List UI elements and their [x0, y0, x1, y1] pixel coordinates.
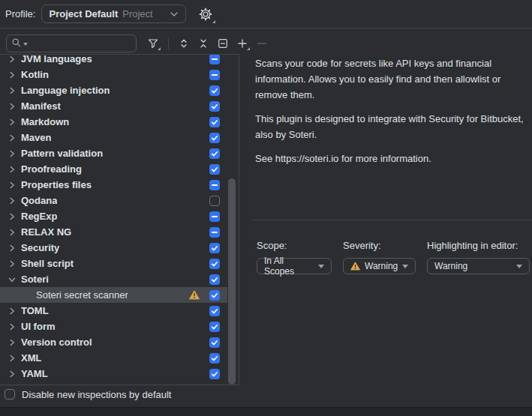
filter-icon[interactable]: [147, 37, 159, 49]
tree-row-properties-files[interactable]: Properties files: [0, 177, 227, 193]
chevron-right-icon[interactable]: [6, 337, 18, 349]
chevron-right-icon[interactable]: [6, 242, 18, 254]
inspection-checkbox[interactable]: [209, 322, 220, 332]
tree-item-label: Soteri: [21, 274, 49, 285]
chevron-right-icon[interactable]: [6, 163, 18, 175]
inspection-checkbox[interactable]: [209, 306, 220, 316]
inspection-checkbox[interactable]: [209, 369, 220, 379]
chevron-right-icon[interactable]: [6, 195, 18, 207]
chevron-right-icon[interactable]: [6, 305, 18, 317]
inspection-checkbox[interactable]: [209, 227, 220, 238]
tree-row-toml[interactable]: TOML: [0, 303, 227, 319]
details-divider: [252, 220, 532, 220]
inspection-checkbox[interactable]: [209, 274, 220, 285]
tree-row-kotlin[interactable]: Kotlin: [0, 67, 227, 82]
disable-inspection-icon[interactable]: [217, 37, 229, 49]
inspection-checkbox[interactable]: [209, 70, 220, 80]
scope-dropdown-value: In All Scopes: [264, 256, 314, 277]
inspection-checkbox[interactable]: [209, 148, 220, 159]
inspection-checkbox[interactable]: [209, 259, 220, 269]
tree-item-label: Kotlin: [21, 69, 49, 80]
tree-row-xml[interactable]: XML: [0, 350, 227, 366]
severity-dropdown[interactable]: Warning: [343, 258, 416, 274]
tree-row-regexp[interactable]: RegExp: [0, 208, 227, 224]
chevron-right-icon[interactable]: [6, 148, 18, 160]
tree-item-label: JVM languages: [21, 54, 92, 64]
tree-row-manifest[interactable]: Manifest: [0, 98, 227, 114]
chevron-down-icon[interactable]: [6, 274, 18, 286]
tree-row-maven[interactable]: Maven: [0, 130, 227, 145]
chevron-right-icon[interactable]: [6, 100, 18, 112]
profile-label: Profile:: [5, 8, 35, 19]
tree-row-language-injection[interactable]: Language injection: [0, 82, 227, 98]
add-dropdown-indicator: [247, 47, 250, 50]
expand-all-icon[interactable]: [178, 37, 190, 49]
chevron-right-icon[interactable]: [6, 85, 18, 97]
tree-toolbar: [147, 37, 268, 49]
chevron-right-icon[interactable]: [6, 321, 18, 333]
tree-row-pattern-validation[interactable]: Pattern validation: [0, 145, 227, 161]
profile-dropdown-scheme: Project: [122, 8, 152, 19]
tree-row-soteri-secret-scanner[interactable]: Soteri secret scanner: [0, 287, 227, 303]
inspection-checkbox[interactable]: [209, 353, 220, 364]
tree-row-shell-script[interactable]: Shell script: [0, 256, 227, 271]
profile-settings-button[interactable]: [199, 7, 214, 22]
chevron-right-icon[interactable]: [6, 69, 18, 81]
inspection-checkbox[interactable]: [209, 196, 220, 206]
tree-row-version-control[interactable]: Version control: [0, 334, 227, 350]
inspection-checkbox[interactable]: [209, 133, 220, 143]
scope-label: Scope:: [257, 240, 332, 251]
add-inspection-icon[interactable]: [236, 37, 248, 49]
tree-row-qodana[interactable]: Qodana: [0, 193, 227, 208]
tree-row-jvm-languages[interactable]: JVM languages: [0, 54, 227, 67]
chevron-right-icon[interactable]: [6, 116, 18, 128]
tree-item-label: Properties files: [21, 179, 92, 190]
disable-new-inspections-checkbox[interactable]: [5, 389, 15, 400]
tree-row-security[interactable]: Security: [0, 240, 227, 256]
search-input[interactable]: [29, 38, 132, 49]
inspections-tree: JVM languagesKotlinLanguage injectionMan…: [0, 54, 239, 385]
chevron-right-icon[interactable]: [6, 258, 18, 270]
inspection-checkbox[interactable]: [209, 101, 220, 112]
tree-row-proofreading[interactable]: Proofreading: [0, 161, 227, 177]
tree-row-soteri[interactable]: Soteri: [0, 271, 227, 287]
tree-item-label: Maven: [21, 132, 51, 143]
chevron-right-icon[interactable]: [6, 54, 18, 65]
inspection-checkbox[interactable]: [209, 337, 220, 348]
inspection-checkbox[interactable]: [209, 211, 220, 222]
tree-row-ui-form[interactable]: UI form: [0, 319, 227, 334]
search-field[interactable]: [6, 34, 137, 52]
inspection-checkbox[interactable]: [209, 117, 220, 127]
tree-row-markdown[interactable]: Markdown: [0, 114, 227, 130]
tree-item-label: TOML: [21, 305, 49, 316]
profile-dropdown[interactable]: Project Default Project: [41, 4, 186, 23]
tree-item-label: Markdown: [21, 116, 69, 127]
search-options-icon[interactable]: [23, 43, 28, 46]
chevron-right-icon[interactable]: [6, 132, 18, 144]
chevron-right-icon[interactable]: [6, 179, 18, 191]
inspection-checkbox[interactable]: [209, 243, 220, 253]
tree-scrollbar[interactable]: [228, 178, 236, 385]
tree-item-label: Soteri secret scanner: [36, 289, 128, 301]
inspection-checkbox[interactable]: [209, 85, 220, 96]
chevron-down-icon: [516, 265, 522, 268]
inspection-checkbox[interactable]: [209, 290, 220, 301]
chevron-right-icon[interactable]: [6, 226, 18, 238]
inspection-checkbox[interactable]: [209, 164, 220, 175]
scope-dropdown[interactable]: In All Scopes: [257, 258, 332, 274]
gear-icon: [199, 12, 212, 23]
inspection-checkbox[interactable]: [209, 180, 220, 190]
highlighting-dropdown[interactable]: Warning: [427, 258, 530, 274]
profile-bar: Profile: Project Default Project: [0, 0, 532, 28]
inspection-checkbox[interactable]: [209, 54, 220, 64]
filter-dropdown-indicator: [158, 47, 161, 50]
tree-item-label: Language injection: [21, 85, 110, 96]
chevron-right-icon[interactable]: [6, 368, 18, 380]
tree-row-relax-ng[interactable]: RELAX NG: [0, 224, 227, 240]
description-paragraph: Scans your code for secrets like API key…: [255, 55, 531, 103]
chevron-right-icon[interactable]: [6, 211, 18, 223]
chevron-right-icon[interactable]: [6, 352, 18, 364]
remove-inspection-icon: [256, 37, 268, 49]
collapse-all-icon[interactable]: [197, 37, 209, 49]
tree-row-yaml[interactable]: YAML: [0, 366, 227, 382]
